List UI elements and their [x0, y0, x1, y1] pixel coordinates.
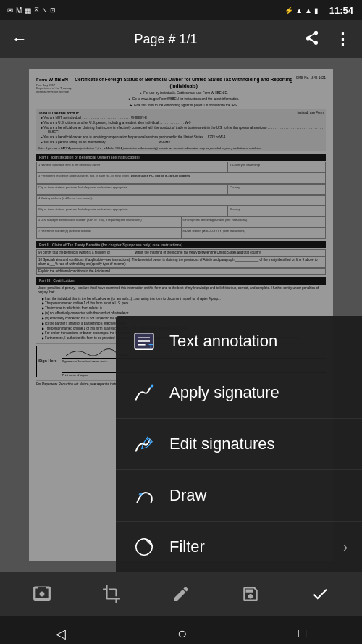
filter-label: Filter — [169, 538, 332, 556]
text-annotation-icon: T — [130, 327, 158, 355]
mail-icon: ✉ — [7, 7, 13, 14]
svg-text:T: T — [148, 342, 153, 350]
status-icons-right: ⚡ ▲ ▲ ▮ — [285, 7, 319, 14]
bluetooth2-icon: ⚡ — [285, 7, 293, 14]
android-nav: ◁ ○ □ — [0, 616, 362, 644]
check-button[interactable] — [303, 580, 337, 608]
bluetooth-icon: ⧖ — [34, 6, 39, 14]
edit-signatures-label: Edit signatures — [169, 435, 348, 453]
apply-signature-label: Apply signature — [169, 383, 348, 402]
recents-nav-button[interactable]: □ — [284, 620, 321, 644]
gmail-icon: M — [16, 7, 22, 14]
calendar-icon: ▦ — [25, 7, 31, 14]
crop-button[interactable] — [95, 580, 128, 608]
save-button[interactable] — [234, 580, 267, 608]
share-button[interactable] — [298, 24, 326, 55]
cast-icon: ⊡ — [50, 7, 56, 14]
bottom-toolbar — [0, 572, 362, 616]
apply-signature-icon — [130, 379, 158, 406]
nfc-icon: N — [42, 7, 47, 14]
back-button[interactable]: ← — [6, 24, 33, 54]
svg-point-5 — [151, 384, 153, 387]
signal-icon: ▲ — [295, 7, 303, 14]
home-nav-button[interactable]: ○ — [163, 619, 201, 645]
status-bar: ✉ M ▦ ⧖ N ⊡ ⚡ ▲ ▲ ▮ 11:54 — [0, 0, 362, 20]
filter-arrow-icon: › — [343, 540, 348, 555]
page-title: Page # 1/1 — [39, 32, 292, 47]
menu-item-text-annotation[interactable]: T Text annotation — [116, 316, 362, 367]
camera-button[interactable] — [25, 580, 59, 608]
status-time: 11:54 — [329, 5, 353, 16]
context-menu: T Text annotation Apply signature — [116, 316, 362, 572]
menu-item-draw[interactable]: Draw — [116, 470, 362, 522]
menu-item-filter[interactable]: Filter › — [116, 522, 362, 572]
more-button[interactable]: ⋮ — [329, 24, 356, 54]
svg-point-7 — [139, 493, 143, 496]
edit-signatures-icon — [130, 430, 158, 458]
nav-actions: ⋮ — [298, 24, 356, 55]
draw-icon — [130, 482, 158, 509]
pen-button[interactable] — [164, 580, 198, 608]
top-nav: ← Page # 1/1 ⋮ — [0, 20, 362, 58]
draw-label: Draw — [169, 486, 348, 505]
status-icons-left: ✉ M ▦ ⧖ N ⊡ — [7, 6, 56, 14]
filter-icon — [130, 533, 158, 561]
wifi-icon: ▲ — [305, 7, 312, 14]
document-area: Form W-8BEN Rev. July 2017 Department of… — [0, 58, 362, 572]
menu-item-apply-signature[interactable]: Apply signature — [116, 367, 362, 419]
back-nav-button[interactable]: ◁ — [41, 620, 80, 645]
menu-item-edit-signatures[interactable]: Edit signatures — [116, 419, 362, 470]
battery-icon: ▮ — [314, 7, 319, 14]
text-annotation-label: Text annotation — [169, 332, 348, 351]
